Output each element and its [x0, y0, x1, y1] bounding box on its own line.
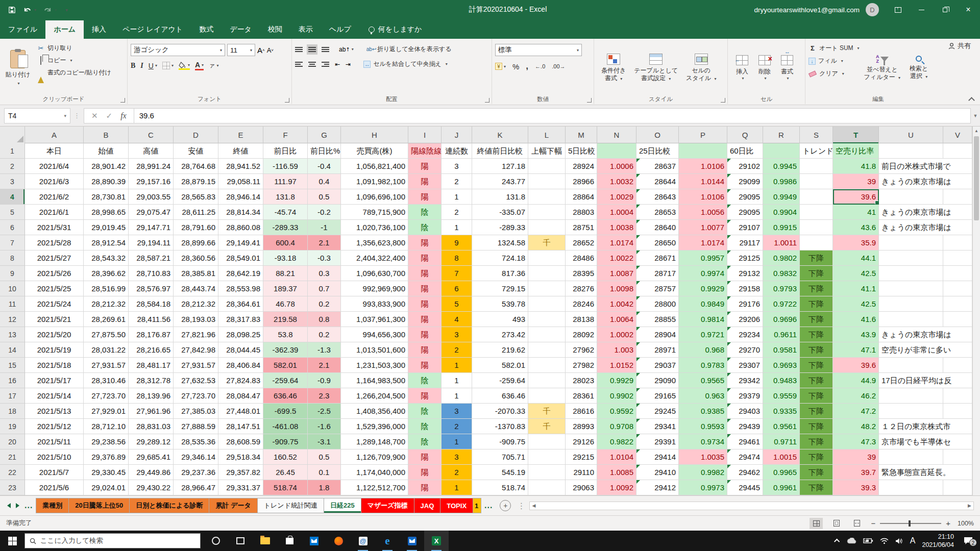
- cell-K7[interactable]: 1324.58: [472, 235, 528, 251]
- cell-U23[interactable]: [879, 480, 943, 495]
- clear-button[interactable]: クリア▾: [808, 69, 860, 78]
- cell-L23[interactable]: [528, 480, 566, 495]
- cell-K14[interactable]: 219.62: [472, 342, 528, 358]
- cell-V12[interactable]: [943, 312, 972, 327]
- row-header-3[interactable]: 3: [0, 174, 25, 189]
- cell-A4[interactable]: 2021/6/2: [25, 189, 84, 205]
- cell-B2[interactable]: 28,901.42: [84, 159, 129, 174]
- cell-N6[interactable]: 1.0038: [597, 220, 636, 235]
- row-header-15[interactable]: 15: [0, 358, 25, 373]
- cell-C16[interactable]: 28,312.78: [129, 373, 174, 388]
- bold-button[interactable]: B: [131, 62, 135, 70]
- cell-K5[interactable]: -335.07: [472, 205, 528, 220]
- cell-M2[interactable]: 28924: [566, 159, 597, 174]
- cell-P15[interactable]: 0.9783: [679, 358, 727, 373]
- row-header-11[interactable]: 11: [0, 296, 25, 312]
- italic-button[interactable]: I: [140, 62, 143, 70]
- cell-O2[interactable]: 28637: [636, 159, 679, 174]
- cell-N18[interactable]: 0.9592: [597, 404, 636, 419]
- cell-S22[interactable]: 下降: [800, 465, 833, 480]
- cell-H22[interactable]: 1,174,040,000: [341, 465, 408, 480]
- cell-J18[interactable]: 3: [442, 404, 472, 419]
- cell-Q1[interactable]: 60日比: [727, 143, 763, 159]
- cell-Q6[interactable]: 29107: [727, 220, 763, 235]
- cell-C19[interactable]: 28,831.03: [129, 419, 174, 434]
- avatar[interactable]: D: [866, 3, 879, 16]
- cell-N14[interactable]: 1.003: [597, 342, 636, 358]
- cell-V4[interactable]: [943, 189, 972, 205]
- decrease-decimal-button[interactable]: .00→: [552, 63, 565, 69]
- cell-H6[interactable]: 1,020,736,100: [341, 220, 408, 235]
- align-middle-icon[interactable]: [308, 46, 316, 53]
- page-layout-view-button[interactable]: [830, 518, 843, 529]
- undo-button[interactable]: ▾: [23, 6, 36, 14]
- cell-T17[interactable]: 46.2: [833, 388, 879, 404]
- sheet-tab-業種別[interactable]: 業種別: [36, 498, 69, 513]
- cell-B10[interactable]: 28,516.99: [84, 281, 129, 296]
- cell-A2[interactable]: 2021/6/4: [25, 159, 84, 174]
- tab-page-layout[interactable]: ページ レイアウト: [114, 20, 191, 39]
- tab-formulas[interactable]: 数式: [191, 20, 222, 39]
- cortana-button[interactable]: [204, 531, 228, 551]
- col-header-S[interactable]: S: [800, 127, 833, 143]
- cell-L1[interactable]: 上幅下幅: [528, 143, 566, 159]
- collapse-ribbon-button[interactable]: [968, 97, 975, 104]
- cell-I3[interactable]: 陽: [408, 174, 442, 189]
- cell-D5[interactable]: 28,611.25: [174, 205, 218, 220]
- cell-I22[interactable]: 陽: [408, 465, 442, 480]
- cell-M7[interactable]: 28652: [566, 235, 597, 251]
- row-header-18[interactable]: 18: [0, 404, 25, 419]
- cell-Q17[interactable]: 29379: [727, 388, 763, 404]
- cell-B11[interactable]: 28,212.32: [84, 296, 129, 312]
- cell-F11[interactable]: 46.78: [263, 296, 308, 312]
- fill-button[interactable]: ↓フィル▾: [808, 57, 860, 65]
- insert-cells-button[interactable]: 挿入▾: [731, 55, 753, 81]
- tab-data[interactable]: データ: [222, 20, 260, 39]
- cell-D13[interactable]: 27,821.96: [174, 327, 218, 342]
- cell-H15[interactable]: 1,231,503,300: [341, 358, 408, 373]
- cell-A5[interactable]: 2021/6/1: [25, 205, 84, 220]
- cell-P18[interactable]: 0.9385: [679, 404, 727, 419]
- scroll-right-arrow[interactable]: ▶: [968, 503, 971, 508]
- cell-R15[interactable]: 0.9693: [763, 358, 800, 373]
- paste-button[interactable]: 貼り付け▾: [3, 41, 33, 95]
- expand-formula-bar-button[interactable]: ▼: [971, 113, 980, 118]
- cell-P7[interactable]: 1.0174: [679, 235, 727, 251]
- share-button[interactable]: 共有: [948, 41, 971, 51]
- cell-G7[interactable]: 2.1: [308, 235, 341, 251]
- cell-T3[interactable]: 39: [833, 174, 879, 189]
- cell-U3[interactable]: きょうの東京市場は: [879, 174, 943, 189]
- cell-E12[interactable]: 28,317.83: [218, 312, 263, 327]
- cell-R13[interactable]: 0.9611: [763, 327, 800, 342]
- cell-F9[interactable]: 88.21: [263, 266, 308, 281]
- cell-J11[interactable]: 5: [442, 296, 472, 312]
- cell-Q18[interactable]: 29403: [727, 404, 763, 419]
- cell-R16[interactable]: 0.9483: [763, 373, 800, 388]
- cell-D10[interactable]: 28,443.74: [174, 281, 218, 296]
- fill-color-button[interactable]: ▾: [179, 62, 190, 70]
- cell-I12[interactable]: 陽: [408, 312, 442, 327]
- cell-R18[interactable]: 0.9335: [763, 404, 800, 419]
- cell-D23[interactable]: 28,966.47: [174, 480, 218, 495]
- cell-D14[interactable]: 27,842.98: [174, 342, 218, 358]
- cell-Q20[interactable]: 29461: [727, 434, 763, 449]
- cell-J9[interactable]: 7: [442, 266, 472, 281]
- cell-K8[interactable]: 724.18: [472, 251, 528, 266]
- action-center-button[interactable]: 2: [961, 534, 976, 547]
- cell-N20[interactable]: 0.9822: [597, 434, 636, 449]
- sheet-tab-トレンド統計関連[interactable]: トレンド統計関連: [258, 498, 324, 513]
- cell-I14[interactable]: 陽: [408, 342, 442, 358]
- cell-G20[interactable]: -3.1: [308, 434, 341, 449]
- cell-H18[interactable]: 1,408,356,400: [341, 404, 408, 419]
- col-header-I[interactable]: I: [408, 127, 442, 143]
- cell-V7[interactable]: [943, 235, 972, 251]
- cell-E6[interactable]: 28,860.08: [218, 220, 263, 235]
- cell-V1[interactable]: [943, 143, 972, 159]
- cell-C5[interactable]: 29,075.47: [129, 205, 174, 220]
- cell-D15[interactable]: 27,931.57: [174, 358, 218, 373]
- cell-G3[interactable]: 0.4: [308, 174, 341, 189]
- cell-N13[interactable]: 1.0002: [597, 327, 636, 342]
- cell-A6[interactable]: 2021/5/31: [25, 220, 84, 235]
- cell-B8[interactable]: 28,543.32: [84, 251, 129, 266]
- cell-U18[interactable]: [879, 404, 943, 419]
